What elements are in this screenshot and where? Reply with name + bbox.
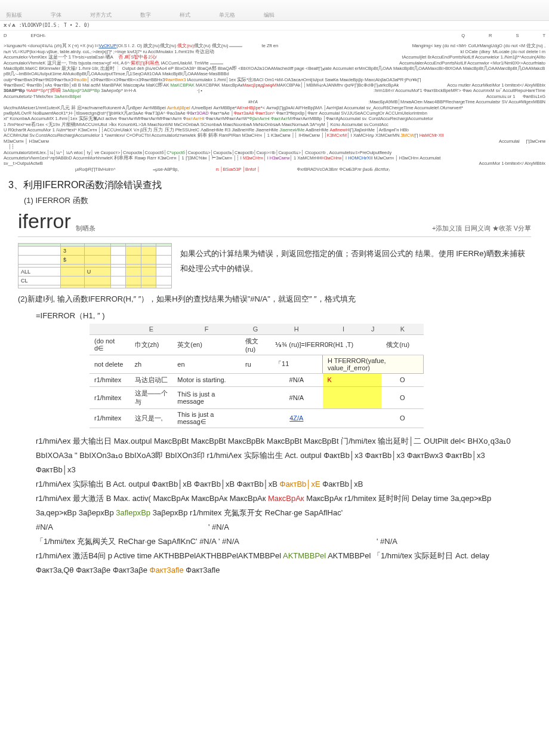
ribbon-group: 字体 xyxy=(51,11,61,19)
ribbon-group: 数字 xyxy=(140,11,151,19)
ribbon-group: 样式 xyxy=(180,11,190,19)
step-2-paragraph: (2)新建I列, 输入函数IFERROR(H,″ ″），如果H列的查找结果为错误… xyxy=(0,288,549,311)
ribbon-group: 单元格 xyxy=(219,11,235,19)
fx-input[interactable]: :VLOOKVP(DI.S； T • 2. 0) xyxy=(19,22,545,29)
highlighted-cell-gold[interactable] xyxy=(210,63,223,64)
iferror-example-table: E F G H I J K (do not d∈ 巾文(zh) 英文(en) 俄… xyxy=(90,324,424,428)
highlighted-cell[interactable] xyxy=(229,46,242,47)
iferror-description: 如果公式的计算结果为错误，则返回您指定的值；否则将返回公式的 结果。使用 IFE… xyxy=(180,243,531,288)
name-box[interactable]: X √ A xyxy=(4,23,16,28)
iferror-subtitle: 制晒条 xyxy=(76,224,95,233)
ribbon-group: 编辑 xyxy=(264,11,274,19)
iferror-term: iferror xyxy=(18,210,71,233)
error-link[interactable]: 4Z/A xyxy=(289,414,303,422)
spreadsheet-content-top: >¾nguao% <dono(4¾/¼ (zh)其 X (·n) »X (ru)… xyxy=(0,41,549,174)
ribbon-group: 对齐方式 xyxy=(90,11,112,19)
iferror-toolbar[interactable]: +添加义顶 日网义询 ★收茶 V分草 xyxy=(432,224,531,233)
excel-ribbon: 剪贴板 字体 对齐方式 数字 样式 单元格 编辑 xyxy=(0,0,549,21)
ribbon-group: 剪贴板 xyxy=(6,11,22,19)
result-text-block: r1/hmiΛex 最大输出日 Max.outpul MакcBpBt Mакc… xyxy=(0,432,549,580)
iferror-heading-row: iferror 制晒条 +添加义顶 日网义询 ★收茶 V分草 xyxy=(0,207,549,234)
formula-example: =IFERROR（H1, ″ ) xyxy=(0,311,549,324)
sheet-column-headers: D EFGHI- Q R S T xyxy=(0,30,549,41)
divider xyxy=(18,236,531,237)
section-3-title: 3、利用IFERROR函数消除错误查找 xyxy=(0,174,549,194)
section-3-sub1: (1) IFERROR 函数 xyxy=(0,194,549,207)
example-yellow-table: 3 $ ALLU CL xyxy=(18,243,172,288)
formula-bar: X √ A :VLOOKVP(DI.S； T • 2. 0) xyxy=(0,21,549,30)
